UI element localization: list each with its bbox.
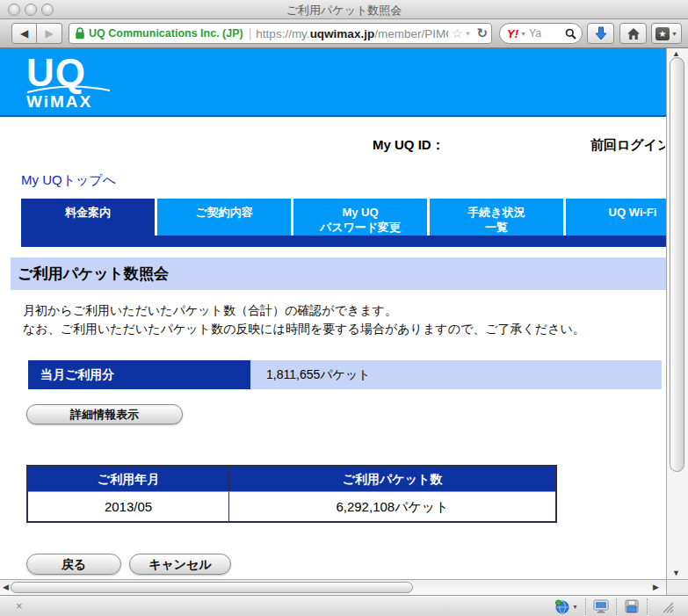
lock-icon: [75, 27, 85, 40]
vertical-scrollbar-thumb[interactable]: [670, 57, 684, 472]
tab-label: パスワード変更: [293, 220, 427, 235]
url-dropdown-icon[interactable]: ▼: [465, 30, 472, 38]
horizontal-scrollbar[interactable]: ◀ ▶: [0, 579, 666, 595]
bookmarks-dropdown-icon: ▼: [671, 31, 677, 37]
home-button[interactable]: [619, 23, 647, 44]
col-header-month: ご利用年月: [28, 467, 229, 491]
tab-tetsuzuki-ichiran[interactable]: 手続き状況 一覧: [430, 199, 563, 236]
url-bar[interactable]: UQ Communications Inc. (JP) | https://my…: [69, 23, 492, 44]
site-header: UQ WiMAX: [0, 48, 666, 117]
download-arrow-icon: [595, 26, 607, 40]
current-month-value: 1,811,655パケット: [250, 360, 662, 389]
tab-label: My UQ: [293, 205, 427, 220]
tab-label: 手続き状況: [430, 205, 563, 220]
forward-icon: ▶: [45, 27, 53, 40]
forward-button[interactable]: ▶: [37, 23, 62, 44]
tab-password-henkou[interactable]: My UQ パスワード変更: [293, 199, 427, 236]
cell-month: 2013/05: [28, 491, 229, 521]
yahoo-search-engine-icon[interactable]: Y!: [507, 27, 518, 40]
tab-keiyaku-naiyo[interactable]: ご契約内容: [157, 199, 291, 236]
back-button[interactable]: ◀: [11, 23, 37, 44]
nav-tabs: 料金案内 ご契約内容 My UQ パスワード変更 手続き状況 一覧 UQ Wi-…: [21, 199, 666, 236]
usage-table: ご利用年月 ご利用パケット数 2013/05 6,292,108パケット: [26, 465, 557, 523]
statusbar-addons: ▼: [554, 596, 674, 616]
tab-uq-wifi[interactable]: UQ Wi-Fi: [566, 199, 666, 236]
vertical-scrollbar[interactable]: ▲ ▼: [666, 48, 688, 580]
search-input[interactable]: Ya: [529, 27, 565, 40]
ev-certificate-label[interactable]: UQ Communications Inc. (JP): [89, 27, 243, 40]
extension-globe-icon[interactable]: [554, 599, 569, 614]
statusbar-close-button[interactable]: ×: [16, 599, 23, 612]
tab-label: 料金案内: [21, 205, 155, 220]
bookmark-star-icon[interactable]: ☆: [452, 26, 463, 40]
nav-button-group: ◀ ▶: [11, 23, 62, 44]
scroll-left-arrow-icon[interactable]: ◀: [3, 583, 9, 591]
cell-packets: 6,292,108パケット: [229, 491, 555, 521]
statusbar-separator: [585, 598, 586, 614]
description-line-2: なお、ご利用いただいたパケット数の反映には時間を要する場合がありますので、ご了承…: [23, 322, 585, 337]
browser-toolbar: ◀ ▶ UQ Communications Inc. (JP) | https:…: [0, 19, 688, 48]
home-icon: [626, 27, 641, 40]
scroll-down-arrow-icon[interactable]: ▼: [672, 569, 680, 577]
downloads-button[interactable]: [587, 23, 614, 44]
cancel-button[interactable]: キャンセル: [129, 554, 231, 575]
magnifier-icon[interactable]: [565, 28, 576, 40]
tab-ryokin-annai[interactable]: 料金案内: [21, 199, 155, 236]
reload-button[interactable]: ↻: [476, 25, 488, 41]
tab-label: UQ Wi-Fi: [566, 205, 666, 220]
bookmarks-menu-button[interactable]: ★ ▼: [651, 23, 682, 44]
disk-sync-icon[interactable]: [624, 599, 640, 613]
statusbar-separator: [647, 598, 648, 614]
description-line-1: 月初からご利用いただいたパケット数（合計）の確認ができます。: [23, 303, 397, 319]
horizontal-scrollbar-thumb[interactable]: [11, 582, 413, 593]
back-page-button[interactable]: 戻る: [26, 554, 121, 575]
bookmarks-star-icon: ★: [655, 27, 670, 40]
search-engine-dropdown-icon[interactable]: ▼: [520, 31, 526, 37]
url-text[interactable]: https://my.uqwimax.jp/member/PIMC/PIMC: [256, 27, 448, 40]
detail-info-button[interactable]: 詳細情報表示: [26, 404, 183, 424]
window-resize-grip[interactable]: [660, 599, 674, 613]
page-title: ご利用パケット数照会: [11, 257, 666, 290]
display-monitor-icon[interactable]: [593, 599, 609, 613]
url-separator: |: [249, 26, 252, 40]
statusbar-separator: [616, 598, 617, 614]
search-box[interactable]: Y! ▼ Ya: [499, 23, 583, 44]
back-icon: ◀: [20, 27, 28, 40]
uq-wimax-logo: UQ WiMAX: [26, 54, 111, 112]
nav-underline-bar: [21, 236, 666, 247]
scrollbar-corner: [666, 579, 688, 595]
browser-window: ご利用パケット数照会 ◀ ▶ UQ Communications Inc. (J…: [0, 0, 688, 616]
current-month-label: 当月ご利用分: [28, 360, 250, 389]
logo-wimax-text: WiMAX: [26, 92, 111, 112]
last-login-label: 前回ログイン: [590, 137, 665, 154]
status-bar: × ▼: [0, 595, 688, 616]
table-row: 2013/05 6,292,108パケット: [28, 491, 555, 521]
window-title: ご利用パケット数照会: [0, 3, 688, 18]
my-uq-id-label: My UQ ID：: [373, 137, 445, 154]
my-uq-top-link[interactable]: My UQトップへ: [21, 172, 116, 189]
tab-label: 一覧: [430, 220, 563, 235]
titlebar[interactable]: ご利用パケット数照会: [0, 0, 688, 19]
extension-dropdown-icon[interactable]: ▼: [572, 604, 578, 610]
tab-label: ご契約内容: [157, 205, 291, 220]
scroll-right-arrow-icon[interactable]: ▶: [653, 583, 659, 591]
col-header-packets: ご利用パケット数: [229, 467, 555, 491]
table-header-row: ご利用年月 ご利用パケット数: [28, 467, 555, 491]
